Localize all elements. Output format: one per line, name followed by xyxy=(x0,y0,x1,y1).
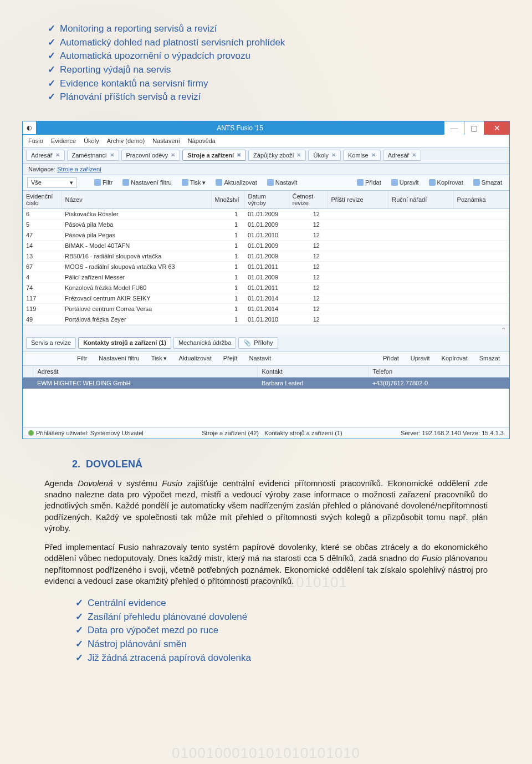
close-button[interactable]: ✕ xyxy=(484,121,509,135)
menu-item[interactable]: Nastavení xyxy=(152,137,180,144)
bullet-item: Centrální evidence xyxy=(72,597,488,610)
settings-icon xyxy=(267,179,274,186)
main-grid[interactable]: Evidenční číslo Název Množství Datum výr… xyxy=(23,191,509,325)
delete-button[interactable]: Smazat xyxy=(475,354,503,363)
filter-settings-button[interactable]: Nastavení filtru xyxy=(120,178,174,187)
bullet-item: Automatický dohled nad platností servisn… xyxy=(44,36,488,50)
filter-button[interactable]: Filtr xyxy=(73,354,90,363)
scroll-indicator[interactable]: ⌃ xyxy=(23,325,509,335)
edit-button[interactable]: Upravit xyxy=(406,354,433,363)
detail-tab[interactable]: Servis a revize xyxy=(26,337,76,349)
print-icon xyxy=(182,179,188,186)
close-icon[interactable]: ✕ xyxy=(331,152,336,158)
section-number: 2. xyxy=(72,459,80,470)
menu-item[interactable]: Evidence xyxy=(51,137,76,144)
detail-tab[interactable]: 📎 Přílohy xyxy=(238,337,278,349)
detail-tab[interactable]: Mechanická údržba xyxy=(173,337,236,349)
bullet-item: Plánování příštích servisů a revizí xyxy=(44,90,488,104)
refresh-button[interactable]: Aktualizovat xyxy=(213,178,259,187)
edit-icon xyxy=(391,179,398,186)
breadcrumb-link[interactable]: Stroje a zařízení xyxy=(57,166,101,172)
close-icon[interactable]: ✕ xyxy=(55,152,60,158)
col-header[interactable]: Adresát xyxy=(33,366,257,378)
table-row[interactable]: 47Pásová pila Pegas101.01.201012 xyxy=(23,230,509,240)
close-icon[interactable]: ✕ xyxy=(371,152,376,158)
status-count: Kontakty strojů a zařízení (1) xyxy=(264,430,342,436)
copy-button[interactable]: Kopírovat xyxy=(426,178,466,187)
app-icon: ◐ xyxy=(23,121,36,134)
nav-label: Navigace: xyxy=(28,166,55,172)
window-title: ANTS Fusio '15 xyxy=(36,121,444,134)
table-row[interactable]: 14BIMAK - Model 40TAFN101.01.200912 xyxy=(23,240,509,251)
table-row[interactable]: EWM HIGHTEC WELDING GmbH Barbara Lesterl… xyxy=(23,377,509,389)
menu-item[interactable]: Úkoly xyxy=(84,137,99,144)
detail-tab-active[interactable]: Kontakty strojů a zařízení (1) xyxy=(78,337,171,349)
table-row[interactable]: 5Pásová pila Meba101.01.200912 xyxy=(23,219,509,230)
table-row[interactable]: 6Pískovačka Rössler101.01.200912 xyxy=(23,208,509,219)
col-header[interactable]: Evidenční číslo xyxy=(23,191,62,209)
add-icon xyxy=(357,179,364,186)
tab-bar: Adresář✕ Zaměstnanci✕ Pracovní oděvy✕ St… xyxy=(23,147,509,164)
filter-select[interactable]: Vše▾ xyxy=(27,177,77,188)
tab[interactable]: Adresář✕ xyxy=(26,150,65,161)
table-row[interactable]: 4Pálicí zařízení Messer101.01.200912 xyxy=(23,272,509,282)
bullet-item: Evidence kontaktů na servisní firmy xyxy=(44,77,488,91)
add-button[interactable]: Přidat xyxy=(378,354,402,363)
tab[interactable]: Adresář✕ xyxy=(383,150,422,161)
table-row[interactable]: 67MOOS - radiální sloupová vrtačka VR 63… xyxy=(23,261,509,272)
maximize-button[interactable]: ▢ xyxy=(464,121,484,135)
bullet-item: Reporting výdajů na servis xyxy=(44,63,488,77)
print-button[interactable]: Tisk▾ xyxy=(147,354,170,363)
table-row[interactable]: 117Frézovací centrum AKIR SEIKY101.01.20… xyxy=(23,293,509,303)
col-header[interactable]: Ruční nářadí xyxy=(388,191,453,209)
tab-active[interactable]: Stroje a zařízení✕ xyxy=(182,150,246,161)
goto-button[interactable]: Přejít xyxy=(219,354,241,363)
close-icon[interactable]: ✕ xyxy=(296,152,301,158)
close-icon[interactable]: ✕ xyxy=(110,152,114,158)
breadcrumb: Navigace: Stroje a zařízení xyxy=(23,164,509,175)
col-header[interactable]: Kontakt xyxy=(257,366,368,378)
detail-tabs: Servis a revize Kontakty strojů a zaříze… xyxy=(23,335,509,352)
table-row[interactable]: 13RB50/16 - radiální sloupová vrtačka101… xyxy=(23,251,509,261)
close-icon[interactable]: ✕ xyxy=(171,152,175,158)
bottom-bullet-list: Centrální evidence Zasílání přehledu plá… xyxy=(72,597,488,665)
filter-button[interactable]: Filtr xyxy=(91,178,115,187)
tab[interactable]: Zápůjčky zboží✕ xyxy=(248,150,306,161)
table-row[interactable]: 49Portálová frézka Zeyer101.01.201012 xyxy=(23,314,509,324)
col-header[interactable]: Četnost revize xyxy=(289,191,328,209)
col-header[interactable]: Název xyxy=(62,191,211,209)
settings-button[interactable]: Nastavit xyxy=(264,178,300,187)
menu-item[interactable]: Nápověda xyxy=(188,137,216,144)
col-header[interactable]: Telefon xyxy=(368,366,509,378)
table-row[interactable]: 74Konzolová frézka Model FU60101.01.2011… xyxy=(23,282,509,293)
edit-button[interactable]: Upravit xyxy=(388,178,422,187)
menu-item[interactable]: Fusio xyxy=(28,137,43,144)
table-row[interactable]: 119Portálové centrum Correa Versa101.01.… xyxy=(23,303,509,314)
print-button[interactable]: Tisk▾ xyxy=(179,178,209,187)
filter-icon xyxy=(94,179,101,186)
close-icon[interactable]: ✕ xyxy=(237,152,241,158)
tab[interactable]: Pracovní oděvy✕ xyxy=(121,150,181,161)
minimize-button[interactable]: — xyxy=(444,121,464,135)
bullet-item: Již žádná ztracená papírová dovolenka xyxy=(72,651,488,665)
col-header[interactable]: Množství xyxy=(211,191,244,209)
col-header[interactable]: Poznámka xyxy=(453,191,509,209)
filter-settings-button[interactable]: Nastavení filtru xyxy=(94,354,142,363)
col-header[interactable]: Příští revize xyxy=(328,191,388,209)
paragraph: Před implementací Fusio nahrazovaly tent… xyxy=(44,542,488,587)
copy-button[interactable]: Kopírovat xyxy=(437,354,470,363)
menu-item[interactable]: Archiv (demo) xyxy=(107,137,145,144)
app-window: ◐ ANTS Fusio '15 — ▢ ✕ Fusio Evidence Úk… xyxy=(22,121,510,439)
refresh-button[interactable]: Aktualizovat xyxy=(174,354,214,363)
tab[interactable]: Komise✕ xyxy=(343,150,381,161)
settings-button[interactable]: Nastavit xyxy=(244,354,274,363)
col-header[interactable]: Datum výroby xyxy=(244,191,289,209)
tab[interactable]: Úkoly✕ xyxy=(308,150,341,161)
section-heading: 2.DOVOLENÁ xyxy=(72,459,488,470)
delete-button[interactable]: Smazat xyxy=(470,178,505,187)
contact-grid[interactable]: Adresát Kontakt Telefon EWM HIGHTEC WELD… xyxy=(23,366,509,389)
tab[interactable]: Zaměstnanci✕ xyxy=(67,150,119,161)
bullet-item: Monitoring a reporting servisů a revizí xyxy=(44,22,488,36)
add-button[interactable]: Přidat xyxy=(354,178,384,187)
close-icon[interactable]: ✕ xyxy=(412,152,416,158)
